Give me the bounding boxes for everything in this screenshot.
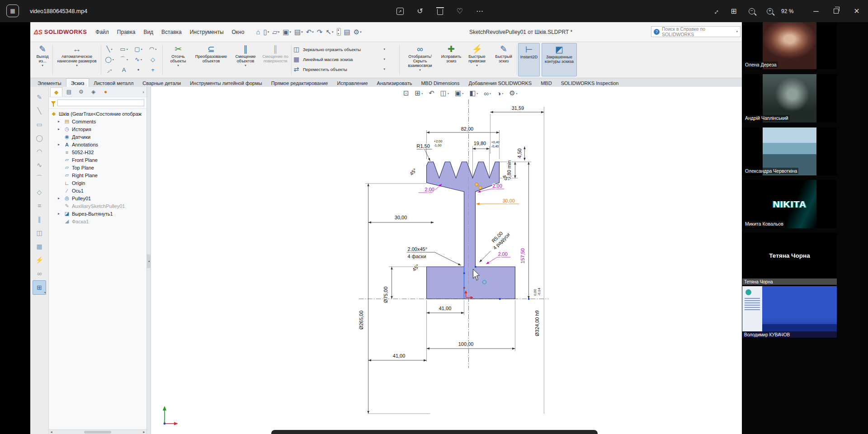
help-search[interactable]: ? Поиск в Справке по SOLIDWORKS ▾ [651,26,741,37]
trim-entities-button[interactable]: ✂ Отсечь объекты▾ [165,43,191,76]
delete-button[interactable] [432,0,448,22]
strip-arc-icon[interactable]: ◠ [33,145,46,158]
participant-tile[interactable]: Володимир КУВАЧОВ [742,286,837,338]
strip-relations-icon[interactable]: ∞ [33,267,46,280]
tab-sketch[interactable]: Эскиз [66,78,89,88]
tree-item-origin[interactable]: ∟Origin [49,179,146,187]
display-relations-button[interactable]: ∞ Отобразить/Скрыть взаимосвязи▾ [402,43,438,76]
move-entities-button[interactable]: ⇄ Переместить объекты▾ [292,64,385,74]
dim-41-00[interactable]: 41,00 [393,353,405,359]
tab-evaluate[interactable]: Анализировать [373,78,417,88]
dim-30-00-orange[interactable]: 30,00 [502,198,514,203]
restore-button[interactable] [828,0,844,22]
dim-19-80[interactable]: 19,80 [474,141,486,146]
tree-item-root[interactable]: ◆Шків (GearTrax<Состояние отображ [49,110,146,118]
tree-item-auxiliary-sketch[interactable]: ✎AuxiliarySketchPulley01 [49,202,146,210]
tree-item-cut-extrude[interactable]: ▸◪Вырез-Вытянуть1 [49,210,146,217]
participant-tile[interactable]: Олександра Червоткіна [742,127,837,175]
print-button[interactable]: ▤▾ [293,26,304,38]
featuremanager-tab[interactable]: ◆ [50,87,62,97]
strip-rectangle-icon[interactable]: ▭ [33,118,46,131]
fullscreen-button[interactable]: ↔ [708,0,723,22]
tree-horizontal-scrollbar[interactable]: ◄► [49,429,146,434]
undo-button[interactable]: ↶▾ [305,26,315,38]
circle-tool[interactable]: ◯▾ [102,54,117,65]
tree-item-axis[interactable]: ∕Ось1 [49,187,146,194]
open-in-button[interactable]: ↗ [392,0,408,22]
zoom-area-button[interactable]: ⊞▾ [415,89,423,97]
home-button[interactable]: ⌂ [255,26,261,38]
redo-button[interactable]: ↷ [316,26,324,38]
strip-active-tool-icon[interactable]: ⊞▾ [33,280,46,295]
repair-sketch-button[interactable]: ✚ Исправить эскиз [440,43,462,76]
zoom-fit-button[interactable]: ⊡ [403,89,409,97]
favorite-button[interactable]: ♡ [452,0,467,22]
arc-tool[interactable]: ◠▾ [146,44,160,54]
filter-funnel-icon[interactable] [51,101,56,104]
offset-entities-button[interactable]: ∥ Смещение объектов▾ [231,43,259,76]
line-tool[interactable]: ╲▾ [102,44,117,54]
propertymanager-tab[interactable]: ▤ [63,87,75,96]
dim-r1-50[interactable]: R1,50 [417,143,430,149]
mirror-entities-button[interactable]: ◫ Зеркально отразить объекты▾ [292,44,385,54]
dim-tolerance[interactable]: +0,40 [491,140,500,144]
fillet-tool[interactable]: ◞▾ [102,65,117,75]
spline-tool[interactable]: ∿▾ [131,54,146,65]
strip-pattern-icon[interactable]: ▦ [33,240,46,253]
rotate-button[interactable]: ↺ [412,0,428,22]
fit-window-button[interactable]: ⊞ [726,0,741,22]
previous-view-button[interactable]: ↶ [429,89,434,97]
rebuild-button[interactable] [335,26,342,38]
zoom-in-button[interactable]: + [762,0,778,22]
view-settings-button[interactable]: ⚙▾ [509,89,517,97]
tree-item-annotations[interactable]: ▸AAnnotations [49,141,146,148]
tree-item-right-plane[interactable]: ▱Right Plane [49,171,146,179]
tab-direct-editing[interactable]: Прямое редактирование [267,78,333,88]
dim-30-00[interactable]: 30,00 [395,215,407,220]
strip-mirror-icon[interactable]: ◫ [33,226,46,240]
more-button[interactable]: ⋯ [472,0,487,22]
dim-tolerance[interactable]: -0,40 [491,144,499,148]
dim-31-59[interactable]: 31,59 [512,105,524,111]
strip-polygon-icon[interactable]: ◇ [33,185,46,199]
menu-view[interactable]: Вид [139,22,157,42]
filter-input[interactable] [57,99,144,106]
tree-item-front-plane[interactable]: ▱Front Plane [49,156,146,164]
polygon-tool[interactable]: ◇ [146,54,160,65]
dim-82[interactable]: 82,00 [461,126,473,132]
pulley-profile[interactable] [427,162,515,299]
tab-sheet-metal[interactable]: Листовой металл [89,78,138,88]
menu-tools[interactable]: Инструменты [186,22,228,42]
strip-sketch-icon[interactable]: ✎ [33,90,46,104]
scrollbar-thumb[interactable] [84,431,111,434]
strip-material-icon[interactable]: ≡ [33,199,46,212]
dim-4-50[interactable]: 4,50 [517,148,522,158]
dim-2-00[interactable]: 2,00 [492,183,502,189]
tab-weldments[interactable]: Сварные детали [138,78,185,88]
dimxpert-tab[interactable]: ◈ [88,87,99,96]
dim-2-00[interactable]: 2,00 [498,251,507,257]
tab-features[interactable]: Элементы [33,78,66,88]
dim-41-00[interactable]: 41,00 [439,306,451,311]
dim-tolerance[interactable]: 0,00 [533,289,537,296]
smart-dimension-button[interactable]: ↔ Автоматическое нанесение размеров▾ [54,43,100,76]
convert-entities-button[interactable]: ⊆ Преобразование объектов [192,43,230,76]
display-style-button[interactable]: ◧▾ [469,89,478,97]
dim-157-50[interactable]: 157,50 [520,248,525,264]
menu-window[interactable]: Окно [228,22,249,42]
slot-tool[interactable]: ▢▾ [131,44,146,54]
menu-file[interactable]: Файл [91,22,113,42]
options-button[interactable]: ⚙▾ [352,26,363,38]
new-document-button[interactable]: ▯▾ [262,26,270,38]
dim-tolerance[interactable]: -1,00 [434,143,442,147]
dim-chamfer-note[interactable]: 4 фаски [408,254,426,259]
tree-item-chamfer[interactable]: ◢Фаска1 [49,217,146,225]
tab-addins[interactable]: Добавления SOLIDWORKS [464,78,536,88]
search-caret-icon[interactable]: ▾ [736,30,738,33]
dim-tolerance[interactable]: -0,14 [537,288,541,296]
dim-dia-75[interactable]: Ø75,00 [383,287,388,303]
tree-item-sensors[interactable]: ◉Датчики [49,133,146,141]
dim-dia-324-h9[interactable]: Ø324,00 h9 [534,310,540,336]
menu-edit[interactable]: Правка [113,22,140,42]
exit-sketch-button[interactable]: ✎ Выход из...▾ [34,43,51,76]
